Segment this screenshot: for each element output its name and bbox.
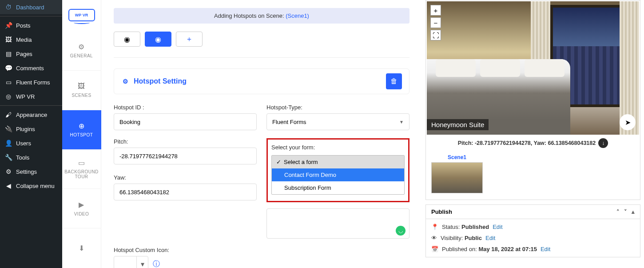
- vr-icon: ◎: [4, 92, 12, 100]
- label: HOTSPOT: [70, 132, 93, 137]
- label: Status:: [442, 224, 461, 230]
- hotspot-item-1[interactable]: ◉: [114, 32, 140, 47]
- tab-video[interactable]: ▶VIDEO: [62, 189, 101, 228]
- delete-hotspot-button[interactable]: 🗑: [386, 73, 402, 89]
- sidebar-item-fluent-forms[interactable]: ▭Fluent Forms: [0, 75, 62, 89]
- zoom-in-button[interactable]: +: [430, 5, 441, 16]
- video-icon: ▶: [78, 201, 86, 209]
- tab-scenes[interactable]: 🖼SCENES: [62, 71, 101, 110]
- hotspot-item-2[interactable]: ◉: [145, 32, 171, 47]
- label: Hotspot ID :: [114, 104, 257, 111]
- form-textarea[interactable]: ◡: [266, 208, 409, 239]
- key-icon: 📍: [431, 224, 438, 230]
- form-option-subscription[interactable]: Subscription Form: [272, 181, 404, 194]
- publish-status-row: 📍 Status: Published Edit: [431, 224, 635, 230]
- tools-icon: 🔧: [4, 153, 12, 161]
- toggle-panel-icon[interactable]: ▴: [632, 208, 635, 215]
- panorama-viewport[interactable]: + − ⛶ Honeymoon Suite ➤: [427, 1, 639, 135]
- field-yaw: Yaw:: [114, 174, 257, 202]
- edit-date-link[interactable]: Edit: [541, 246, 550, 252]
- label: Fluent Forms: [16, 79, 50, 86]
- sidebar-item-posts[interactable]: 📌Posts: [0, 18, 62, 32]
- edit-visibility-link[interactable]: Edit: [485, 235, 495, 241]
- hotspot-setting-header: ⚙Hotspot Setting 🗑: [114, 68, 409, 94]
- sidebar-item-appearance[interactable]: 🖌Appearance: [0, 108, 62, 122]
- title-text: Hotspot Setting: [134, 77, 187, 85]
- gear-icon: ⚙: [121, 77, 129, 85]
- hotspot-type-select[interactable]: Fluent Forms▼: [266, 113, 409, 130]
- publish-metabox: Publish ˄ ˅ ▴ 📍 Status: Published Edit 👁…: [425, 204, 640, 257]
- eye-icon: 👁: [431, 235, 437, 241]
- hotspot-id-input[interactable]: [114, 113, 257, 130]
- sidebar-item-pages[interactable]: ▤Pages: [0, 47, 62, 61]
- label: Hotspot Custom Icon:: [114, 247, 257, 253]
- scene-thumbnail[interactable]: [431, 162, 483, 193]
- sidebar-item-settings[interactable]: ⚙Settings: [0, 164, 62, 179]
- form-select-dropdown-open[interactable]: ✓Select a form Contact Form Demo Subscri…: [271, 155, 405, 195]
- grammarly-badge-icon: ◡: [396, 226, 405, 236]
- move-down-icon[interactable]: ˅: [624, 208, 627, 215]
- panorama-preview: + − ⛶ Honeymoon Suite ➤ Pitch: -28.71977…: [425, 0, 640, 200]
- tab-general[interactable]: ⚙GENERAL: [62, 31, 101, 71]
- label: Posts: [16, 22, 31, 29]
- label: Contact Form Demo: [284, 172, 336, 178]
- apply-coords-button[interactable]: ↓: [598, 138, 608, 148]
- sidebar-item-dashboard[interactable]: ⏱Dashboard: [0, 0, 62, 14]
- label: Visibility:: [441, 235, 465, 241]
- info-icon[interactable]: ⓘ: [153, 260, 160, 268]
- label: Published on:: [442, 246, 478, 252]
- sidebar-item-users[interactable]: 👤Users: [0, 136, 62, 150]
- media-icon: 🖼: [4, 36, 12, 44]
- tab-background-tour[interactable]: ▭BACKGROUND TOUR: [62, 150, 101, 189]
- tab-preset[interactable]: ⬇: [62, 228, 101, 268]
- target-icon: ⊕: [78, 122, 86, 130]
- sidebar-collapse[interactable]: ◀Collapse menu: [0, 179, 62, 193]
- label: Plugins: [16, 126, 35, 132]
- wpvr-logo: WP VR: [68, 9, 95, 21]
- plugin-icon: 🔌: [4, 125, 12, 133]
- field-custom-icon: Hotspot Custom Icon: ▾ ⓘ: [114, 247, 257, 268]
- collapse-icon: ◀: [4, 182, 12, 190]
- form-icon: ▭: [4, 78, 12, 86]
- add-hotspot-button[interactable]: ＋: [176, 32, 203, 47]
- label: Hotspot-Type:: [266, 104, 409, 111]
- value: Public: [465, 235, 482, 241]
- user-icon: 👤: [4, 139, 12, 147]
- gear-icon: ⚙: [78, 43, 86, 51]
- banner-scene-link[interactable]: (Scene1): [286, 12, 309, 19]
- sidebar-item-plugins[interactable]: 🔌Plugins: [0, 122, 62, 136]
- check-icon: ✓: [276, 159, 281, 165]
- sidebar-item-tools[interactable]: 🔧Tools: [0, 150, 62, 164]
- form-option-contact-demo[interactable]: Contact Form Demo: [272, 168, 404, 181]
- page-icon: ▤: [4, 50, 12, 58]
- scene-caption: Honeymoon Suite: [427, 119, 489, 130]
- trash-icon: 🗑: [390, 77, 398, 85]
- icon-picker[interactable]: ▾: [114, 256, 148, 268]
- form-option-placeholder[interactable]: ✓Select a form: [272, 156, 404, 168]
- tab-hotspot[interactable]: ⊕HOTSPOT: [62, 110, 101, 150]
- label: Media: [16, 36, 32, 43]
- label: Select your form:: [271, 144, 405, 151]
- value: Fluent Forms: [272, 119, 306, 125]
- publish-visibility-row: 👁 Visibility: Public Edit: [431, 235, 635, 241]
- pitch-input[interactable]: [114, 148, 257, 164]
- zoom-out-button[interactable]: −: [430, 17, 441, 28]
- settings-icon: ⚙: [4, 168, 12, 176]
- download-icon: ⬇: [78, 244, 86, 252]
- fullscreen-button[interactable]: ⛶: [430, 30, 441, 40]
- chevron-down-icon: ▼: [399, 120, 404, 124]
- edit-status-link[interactable]: Edit: [493, 224, 502, 230]
- chevron-down-icon: ▾: [136, 256, 148, 268]
- yaw-input[interactable]: [114, 184, 257, 200]
- label: Select a form: [284, 159, 318, 165]
- hotspot-item-nav: ◉ ◉ ＋: [114, 32, 409, 47]
- label: Settings: [16, 168, 37, 175]
- sidebar-item-media[interactable]: 🖼Media: [0, 32, 62, 47]
- hotspot-editor: Adding Hotspots on Scene: (Scene1) ◉ ◉ ＋…: [101, 0, 422, 268]
- label: Comments: [16, 65, 44, 72]
- sidebar-item-wpvr[interactable]: ◎WP VR: [0, 89, 62, 104]
- sidebar-item-comments[interactable]: 💬Comments: [0, 61, 62, 75]
- move-up-icon[interactable]: ˄: [616, 208, 620, 215]
- field-hotspot-id: Hotspot ID :: [114, 104, 257, 130]
- field-select-form-highlighted: Select your form: ✓Select a form Contact…: [266, 138, 409, 202]
